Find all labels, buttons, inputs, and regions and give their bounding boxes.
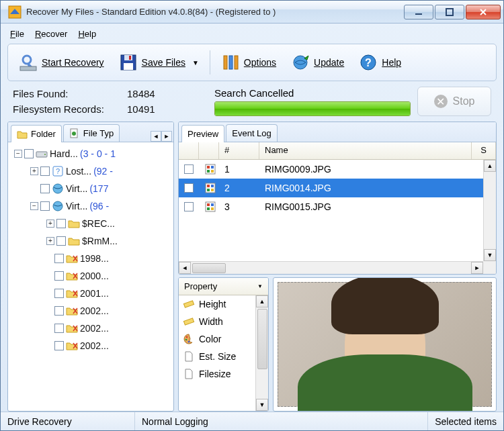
status-logging: Normal Logging xyxy=(135,412,428,430)
tree-1998[interactable]: 1998... xyxy=(9,250,172,267)
checkbox[interactable] xyxy=(54,306,64,316)
header-checkbox[interactable] xyxy=(179,142,199,159)
tab-filetype[interactable]: File Typ xyxy=(63,124,120,142)
scroll-up-icon[interactable]: ▲ xyxy=(484,160,496,172)
checkbox[interactable] xyxy=(40,166,50,176)
menu-help[interactable]: Help xyxy=(78,29,96,39)
tree-2000[interactable]: 2000... xyxy=(9,267,172,285)
tab-nav-right[interactable]: ► xyxy=(161,131,172,142)
menu-file[interactable]: File xyxy=(10,29,24,39)
help-button[interactable]: ? Help xyxy=(352,49,408,76)
tab-folder[interactable]: Folder xyxy=(11,125,62,142)
scroll-thumb[interactable] xyxy=(192,263,226,273)
checkbox[interactable] xyxy=(184,183,194,193)
tab-eventlog[interactable]: Event Log xyxy=(226,124,278,142)
checkbox[interactable] xyxy=(56,219,66,228)
checkbox[interactable] xyxy=(54,271,64,281)
window-title: Recover My Files - Standard Edition v4.0… xyxy=(26,7,403,17)
svg-rect-7 xyxy=(124,55,132,60)
update-label: Update xyxy=(314,57,344,68)
tree-2002c[interactable]: 2002... xyxy=(9,337,172,354)
menu-recover[interactable]: Recover xyxy=(35,29,67,39)
expander-icon[interactable]: − xyxy=(30,202,38,210)
tab-nav-left[interactable]: ◄ xyxy=(151,131,161,142)
tree-virt1[interactable]: Virt... (177 xyxy=(9,180,172,197)
tab-preview[interactable]: Preview xyxy=(181,125,224,142)
tree-rec[interactable]: + $REC... xyxy=(9,215,172,232)
properties-header[interactable]: Property ▼ xyxy=(179,278,268,295)
checkbox[interactable] xyxy=(24,149,34,158)
expander-icon[interactable]: + xyxy=(46,220,54,228)
checkbox[interactable] xyxy=(184,202,194,211)
header-icon[interactable] xyxy=(199,142,219,159)
expander-icon[interactable]: + xyxy=(30,167,38,175)
scroll-up-icon[interactable]: ▲ xyxy=(256,295,268,307)
tree-label: 2001... xyxy=(80,285,109,302)
tree-virt2[interactable]: − Virt... (96 - xyxy=(9,197,172,215)
maximize-button[interactable] xyxy=(435,5,464,19)
file-name: RIMG0009.JPG xyxy=(259,164,482,175)
folder-deleted-icon xyxy=(66,252,78,265)
checkbox[interactable] xyxy=(40,184,50,193)
checkbox[interactable] xyxy=(54,324,64,333)
options-icon xyxy=(221,53,240,72)
tree-2002b[interactable]: 2002... xyxy=(9,320,172,337)
scroll-down-icon[interactable]: ▼ xyxy=(256,399,268,411)
scroll-left-icon[interactable]: ◄ xyxy=(179,262,191,274)
svg-point-42 xyxy=(185,339,187,341)
scroll-down-icon[interactable]: ▼ xyxy=(484,249,496,261)
tree-lost[interactable]: + ? Lost... (92 - xyxy=(9,162,172,180)
tree-root[interactable]: − Hard... (3 - 0 - 1 xyxy=(9,145,172,162)
tree-rmm[interactable]: + $RmM... xyxy=(9,232,172,250)
options-button[interactable]: Options xyxy=(214,49,283,76)
file-icon xyxy=(183,368,195,380)
file-number: 1 xyxy=(219,164,259,175)
svg-point-43 xyxy=(188,341,190,343)
ruler-icon xyxy=(183,298,195,310)
folder-deleted-icon xyxy=(66,340,78,352)
expander-icon[interactable]: − xyxy=(14,150,22,158)
checkbox[interactable] xyxy=(54,289,64,298)
save-files-label: Save Files xyxy=(142,57,185,68)
horizontal-scrollbar[interactable]: ◄ ► xyxy=(179,261,483,274)
checkbox[interactable] xyxy=(54,341,64,350)
folder-tree[interactable]: − Hard... (3 - 0 - 1 + ? Lost... (92 - xyxy=(8,142,173,411)
start-recovery-button[interactable]: Start Recovery xyxy=(12,49,111,76)
svg-rect-26 xyxy=(207,170,210,173)
file-row[interactable]: 3 RIMG0015.JPG xyxy=(179,197,496,216)
header-s[interactable]: S xyxy=(472,142,496,159)
file-list[interactable]: 1 RIMG0009.JPG 2 RIMG0014.JPG xyxy=(179,160,496,274)
file-row[interactable]: 1 RIMG0009.JPG xyxy=(179,160,496,179)
svg-rect-1 xyxy=(415,13,422,15)
update-button[interactable]: Update xyxy=(284,49,351,76)
scroll-right-icon[interactable]: ► xyxy=(471,262,483,274)
scroll-thumb[interactable] xyxy=(257,309,267,369)
tree-2001[interactable]: 2001... xyxy=(9,285,172,302)
checkbox[interactable] xyxy=(56,236,66,246)
header-name[interactable]: Name xyxy=(259,142,472,159)
save-files-button[interactable]: Save Files ▼ xyxy=(112,49,206,76)
status-drive-recovery: Drive Recovery xyxy=(1,412,135,430)
properties-list[interactable]: Height Width Color Est. Size xyxy=(179,295,268,411)
left-tabstrip: Folder File Typ ◄ ► xyxy=(8,122,173,142)
vertical-scrollbar[interactable]: ▲ ▼ xyxy=(483,160,496,261)
header-number[interactable]: # xyxy=(219,142,259,159)
tree-2002a[interactable]: 2002... xyxy=(9,302,172,320)
stop-button[interactable]: ✕ Stop xyxy=(417,87,491,116)
vertical-scrollbar[interactable]: ▲ ▼ xyxy=(255,295,268,411)
image-file-icon xyxy=(204,201,216,213)
tree-count: (177 xyxy=(89,180,108,197)
file-row-selected[interactable]: 2 RIMG0014.JPG xyxy=(179,179,496,197)
expander-icon[interactable]: + xyxy=(46,237,54,245)
files-found-label: Files Found: xyxy=(13,88,127,99)
minimize-button[interactable] xyxy=(404,5,433,19)
svg-rect-8 xyxy=(124,63,133,70)
close-button[interactable] xyxy=(466,5,501,19)
checkbox[interactable] xyxy=(40,201,50,211)
virtual-drive-icon xyxy=(52,183,64,195)
folder-deleted-icon xyxy=(66,270,78,282)
checkbox[interactable] xyxy=(184,164,194,174)
search-state-label: Search Cancelled xyxy=(214,87,411,99)
palette-icon xyxy=(183,333,195,345)
checkbox[interactable] xyxy=(54,254,64,263)
